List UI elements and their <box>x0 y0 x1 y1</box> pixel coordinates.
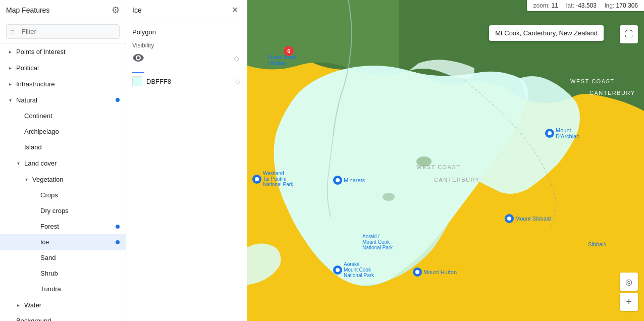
fill-color-swatch[interactable] <box>132 76 142 86</box>
zoom-in-button[interactable]: + <box>620 293 638 311</box>
sidebar-item-label-tundra: Tundra <box>40 285 120 293</box>
filter-input[interactable] <box>6 24 120 39</box>
sidebar-item-label-vegetation: Vegetation <box>32 176 120 183</box>
visibility-row: Visibility ◇ <box>132 42 241 64</box>
detail-panel: Ice ✕ Polygon Visibility ◇ DBFFF8◇ <box>126 0 247 321</box>
chevron-icon: ▸ <box>14 301 22 309</box>
active-dot <box>116 240 120 244</box>
sidebar-item-label-continent: Continent <box>24 112 120 120</box>
sidebar-item-background[interactable]: Background <box>0 313 126 321</box>
sidebar-item-political[interactable]: ▸Political <box>0 60 126 76</box>
sidebar-list: ▸Points of Interest▸Political▸Infrastruc… <box>0 43 126 321</box>
filter-icon: ≡ <box>10 28 14 36</box>
sidebar-item-label-natural: Natural <box>16 96 116 104</box>
active-dot <box>116 225 120 229</box>
fill-color-row: DBFFF8◇ <box>132 72 241 86</box>
sidebar-item-shrub[interactable]: Shrub <box>0 265 126 281</box>
sidebar-item-label-ice: Ice <box>40 238 116 246</box>
chevron-icon: ▾ <box>6 96 14 104</box>
sidebar-item-label-water: Water <box>24 301 120 309</box>
sidebar-item-dry-crops[interactable]: Dry crops <box>0 203 126 219</box>
fill-color-diamond[interactable]: ◇ <box>235 77 241 85</box>
fill-color-inner: DBFFF8 <box>132 76 171 86</box>
sidebar-item-label-island: Island <box>24 143 120 151</box>
map-info-bar: zoom: 11 lat: -43.503 lng: 170.306 <box>527 0 644 11</box>
map-area[interactable]: zoom: 11 lat: -43.503 lng: 170.306 <box>247 0 644 321</box>
sidebar-item-label-points-of-interest: Points of Interest <box>16 48 120 56</box>
gps-button[interactable]: ◎ <box>620 273 638 291</box>
detail-panel-title: Ice <box>132 6 142 14</box>
sidebar-item-archipelago[interactable]: Archipelago <box>0 124 126 139</box>
sidebar: Map Features ⚙ ≡ ▸Points of Interest▸Pol… <box>0 0 126 321</box>
eye-icon[interactable] <box>132 52 144 64</box>
sidebar-item-sand[interactable]: Sand <box>0 250 126 265</box>
sidebar-item-water[interactable]: ▸Water <box>0 297 126 313</box>
fullscreen-button[interactable]: ⛶ <box>620 25 638 43</box>
sidebar-item-label-infrastructure: Infrastructure <box>16 80 120 88</box>
sidebar-item-land-cover[interactable]: ▾Land cover <box>0 155 126 171</box>
fill-color-hex-value: DBFFF8 <box>146 78 171 85</box>
sidebar-item-label-shrub: Shrub <box>40 270 120 277</box>
sidebar-item-label-archipelago: Archipelago <box>24 128 120 135</box>
polygon-section-title: Polygon <box>132 28 241 36</box>
route-marker-6: 6 <box>284 46 294 56</box>
location-tooltip: Mt Cook, Canterbury, New Zealand <box>489 25 604 41</box>
chevron-icon: ▾ <box>14 159 22 167</box>
detail-panel-body: Polygon Visibility ◇ DBFFF8◇ <box>126 20 247 102</box>
active-dot <box>116 98 120 102</box>
fill-color-line <box>132 72 144 73</box>
sidebar-item-vegetation[interactable]: ▾Vegetation <box>0 171 126 187</box>
sidebar-header: Map Features ⚙ <box>0 0 126 20</box>
svg-point-2 <box>383 193 395 201</box>
detail-panel-header: Ice ✕ <box>126 0 247 20</box>
sidebar-item-label-crops: Crops <box>40 191 120 199</box>
close-button[interactable]: ✕ <box>229 4 241 16</box>
settings-icon[interactable]: ⚙ <box>112 5 120 16</box>
visibility-diamond-icon[interactable]: ◇ <box>233 54 241 62</box>
sidebar-item-label-political: Political <box>16 64 120 72</box>
sidebar-item-tundra[interactable]: Tundra <box>0 281 126 297</box>
visibility-label: Visibility <box>132 42 241 49</box>
chevron-icon: ▾ <box>22 175 30 183</box>
sidebar-title: Map Features <box>6 6 49 14</box>
lat-label: lat: -43.503 <box>566 2 597 9</box>
location-tooltip-text: Mt Cook, Canterbury, New Zealand <box>495 29 598 37</box>
sidebar-item-crops[interactable]: Crops <box>0 187 126 203</box>
sidebar-filter-container: ≡ <box>0 20 126 43</box>
chevron-icon: ▸ <box>6 47 14 56</box>
chevron-icon: ▸ <box>6 80 14 88</box>
svg-point-1 <box>416 156 432 167</box>
sidebar-item-ice[interactable]: Ice <box>0 234 126 250</box>
sidebar-item-island[interactable]: Island <box>0 139 126 155</box>
sidebar-item-label-sand: Sand <box>40 254 120 261</box>
sidebar-item-continent[interactable]: Continent <box>0 108 126 124</box>
map-bottom-controls: ◎ + <box>620 273 638 311</box>
sidebar-item-natural[interactable]: ▾Natural <box>0 92 126 108</box>
sidebar-item-label-land-cover: Land cover <box>24 159 120 167</box>
sidebar-item-label-dry-crops: Dry crops <box>40 207 120 215</box>
map-svg <box>247 0 644 321</box>
sidebar-item-label-forest: Forest <box>40 223 116 230</box>
sidebar-item-points-of-interest[interactable]: ▸Points of Interest <box>0 43 126 60</box>
lng-label: lng: 170.306 <box>605 2 638 9</box>
sidebar-item-forest[interactable]: Forest <box>0 219 126 234</box>
sidebar-item-label-background: Background <box>16 317 120 321</box>
zoom-label: zoom: 11 <box>533 2 558 9</box>
sidebar-item-infrastructure[interactable]: ▸Infrastructure <box>0 76 126 92</box>
chevron-icon: ▸ <box>6 64 14 72</box>
